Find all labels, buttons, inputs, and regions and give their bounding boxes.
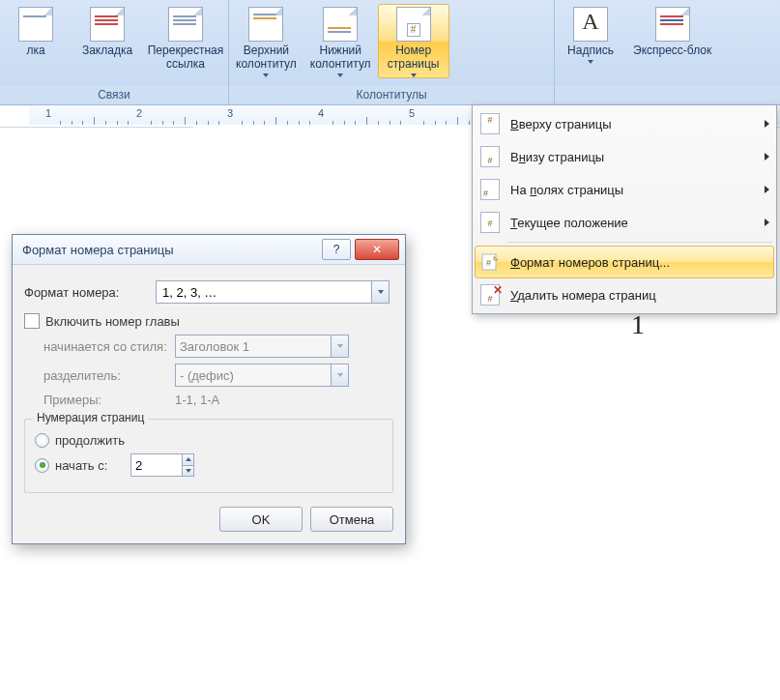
submenu-arrow-icon — [765, 186, 769, 193]
checkbox-include-chapter[interactable]: Включить номер главы — [24, 313, 393, 329]
radio-circle[interactable] — [35, 458, 49, 473]
num-current-icon: # — [479, 212, 501, 233]
dd-item-top-of-page[interactable]: # Вверху страницы — [475, 107, 774, 140]
radio-label-start-at: начать с: — [55, 458, 125, 473]
combo-number-format[interactable] — [156, 280, 390, 304]
label-separator: разделитель: — [24, 368, 175, 383]
combo-dd-button — [331, 365, 348, 386]
submenu-arrow-icon — [765, 120, 769, 128]
dialog-page-number-format: Формат номера страницы ? ✕ Формат номера… — [12, 234, 406, 544]
spinner-input[interactable] — [131, 454, 182, 476]
spinner-up-button[interactable] — [183, 454, 193, 466]
ribbon-btn-quickparts[interactable]: Экспресс-блок — [626, 4, 718, 59]
textbox-icon: A — [573, 7, 608, 42]
radio-label-continue: продолжить — [55, 433, 125, 448]
ribbon-group-title-links: Связи — [0, 86, 228, 104]
ribbon-btn-footer[interactable]: Нижний колонтитул — [303, 4, 378, 78]
ribbon-group-headerfooter: Верхний колонтитул Нижний колонтитул # Н… — [229, 0, 555, 104]
combo-starts-style: Заголовок 1 — [175, 335, 349, 358]
dd-separator — [507, 242, 772, 243]
ribbon-btn-crossref[interactable]: Перекрестная ссылка — [143, 4, 228, 73]
ruler-number: 4 — [318, 107, 324, 119]
quickparts-icon — [655, 7, 690, 42]
radio-continue[interactable]: продолжить — [35, 433, 383, 448]
bookmark-icon — [90, 7, 125, 42]
dd-item-page-margins[interactable]: # На полях страницы — [475, 173, 774, 206]
num-margins-icon: # — [479, 179, 501, 200]
ribbon-group-text: A Надпись Экспресс-блок — [555, 0, 780, 104]
combo-dd-button — [331, 335, 348, 357]
dd-item-current-position[interactable]: # Текущее положение — [475, 206, 774, 239]
spinner-start-at[interactable] — [130, 453, 194, 477]
remove-numbers-icon: #✕ — [479, 284, 501, 306]
combo-separator: - (дефис) — [175, 364, 349, 387]
dd-item-bottom-of-page[interactable]: # Внизу страницы — [475, 140, 774, 173]
ribbon-group-title-headerfooter: Колонтитулы — [229, 86, 554, 104]
hyperlink-icon — [18, 7, 53, 42]
ok-button[interactable]: OK — [219, 507, 303, 532]
dialog-title: Формат номера страницы — [22, 243, 174, 257]
cancel-button[interactable]: Отмена — [310, 507, 393, 532]
ruler-number: 2 — [136, 107, 142, 119]
combo-number-format-input[interactable] — [160, 284, 371, 301]
dialog-body: Формат номера: Включить номер главы начи… — [13, 265, 405, 543]
ribbon-btn-hyperlink-partial[interactable]: лка — [0, 4, 72, 59]
num-bottom-icon: # — [479, 146, 501, 167]
footer-icon — [323, 7, 358, 42]
label-examples: Примеры: — [24, 393, 175, 407]
pagenumber-dropdown: # Вверху страницы # Внизу страницы # На … — [472, 104, 777, 314]
header-icon — [248, 7, 283, 42]
dd-item-remove-page-numbers[interactable]: #✕ Удалить номера страниц — [475, 278, 774, 311]
spinner-down-button[interactable] — [183, 466, 193, 477]
num-top-icon: # — [479, 113, 501, 134]
ruler-number: 5 — [409, 107, 415, 119]
ruler-number: 1 — [45, 107, 51, 119]
label-number-format: Формат номера: — [24, 285, 156, 300]
radio-circle[interactable] — [35, 433, 49, 448]
ribbon-btn-bookmark[interactable]: Закладка — [72, 4, 143, 59]
page-number-icon: # — [396, 7, 431, 42]
checkbox-label: Включить номер главы — [45, 314, 180, 329]
value-examples: 1-1, 1-A — [175, 393, 219, 407]
ruler-number: 3 — [227, 107, 233, 119]
submenu-arrow-icon — [765, 219, 769, 226]
dialog-help-button[interactable]: ? — [322, 239, 351, 260]
dialog-titlebar[interactable]: Формат номера страницы ? ✕ — [13, 235, 405, 265]
ribbon-btn-textbox[interactable]: A Надпись — [555, 4, 626, 65]
combo-dd-button[interactable] — [371, 281, 389, 303]
format-numbers-icon: # — [479, 251, 501, 273]
dd-item-format-page-numbers[interactable]: # Формат номеров страниц... — [475, 246, 774, 278]
crossref-icon — [168, 7, 203, 42]
radio-start-at[interactable]: начать с: — [35, 453, 383, 477]
ribbon-btn-header[interactable]: Верхний колонтитул — [229, 4, 303, 78]
ribbon: лка Закладка Перекрестная ссылка Связи В… — [0, 0, 780, 105]
fieldset-legend: Нумерация страниц — [33, 411, 148, 424]
ribbon-btn-pagenumber[interactable]: # Номер страницы — [378, 4, 449, 78]
checkbox-box[interactable] — [24, 313, 40, 329]
svg-text:#: # — [486, 258, 491, 268]
submenu-arrow-icon — [765, 153, 769, 160]
fieldset-numbering: Нумерация страниц продолжить начать с: — [24, 419, 393, 493]
dialog-close-button[interactable]: ✕ — [355, 239, 399, 260]
ribbon-group-links: лка Закладка Перекрестная ссылка Связи — [0, 0, 229, 104]
label-starts-style: начинается со стиля: — [24, 339, 175, 354]
